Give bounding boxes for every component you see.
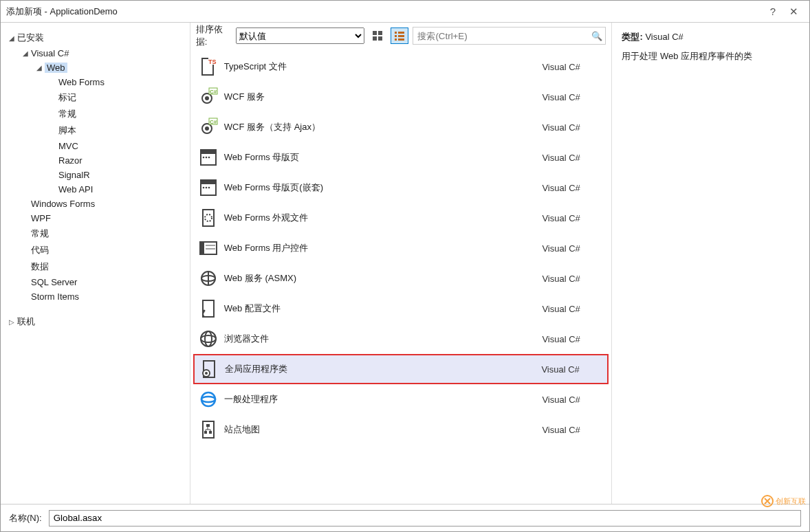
- template-item[interactable]: Web Forms 母版页(嵌套)Visual C#: [193, 173, 609, 203]
- svg-rect-3: [378, 36, 382, 41]
- gear-csharp-icon: C#: [198, 117, 219, 137]
- template-item[interactable]: C#WCF 服务（支持 Ajax）Visual C#: [193, 112, 609, 142]
- template-language: Visual C#: [542, 62, 604, 72]
- template-language: Visual C#: [542, 334, 604, 344]
- watermark: 创新互联: [761, 495, 806, 507]
- svg-point-42: [201, 331, 216, 346]
- skin-file-icon: [198, 208, 219, 228]
- svg-rect-8: [395, 38, 397, 41]
- tree-item[interactable]: Razor: [47, 153, 190, 168]
- chevron-down-icon: ◢: [6, 34, 17, 42]
- svg-rect-53: [209, 431, 212, 434]
- template-language: Visual C#: [542, 243, 604, 254]
- svg-text:TS: TS: [208, 58, 217, 65]
- tree-item[interactable]: MVC: [47, 139, 190, 153]
- template-language: Visual C#: [542, 213, 604, 223]
- view-medium-icons-button[interactable]: [369, 27, 386, 44]
- svg-point-29: [206, 187, 208, 189]
- template-item[interactable]: 一般处理程序Visual C#: [193, 384, 609, 414]
- svg-point-30: [208, 187, 210, 189]
- tree-item[interactable]: Windows Forms: [20, 197, 190, 211]
- tree-item[interactable]: WPF: [20, 211, 190, 225]
- svg-point-41: [203, 310, 205, 312]
- user-control-icon: [198, 238, 219, 258]
- view-small-icons-button[interactable]: [391, 27, 408, 44]
- template-item[interactable]: 浏览器文件Visual C#: [193, 324, 609, 354]
- template-item[interactable]: Web Forms 母版页Visual C#: [193, 142, 609, 173]
- category-tree[interactable]: ◢ 已安装 ◢ Visual C# ◢ Web Web Forms标记常规脚本M…: [1, 23, 190, 504]
- template-item[interactable]: C#WCF 服务Visual C#: [193, 82, 609, 112]
- svg-rect-9: [398, 38, 404, 41]
- tree-online[interactable]: ▷ 联机: [6, 313, 190, 330]
- template-name: WCF 服务: [224, 91, 543, 103]
- list-icon: [394, 30, 405, 41]
- template-name: 全局应用程序类: [225, 363, 542, 375]
- svg-point-14: [205, 96, 209, 100]
- tree-item[interactable]: SQL Server: [20, 275, 190, 289]
- tree-visual-csharp[interactable]: ◢ Visual C#: [20, 46, 190, 60]
- tree-item[interactable]: 代码: [20, 242, 190, 258]
- watermark-icon: [761, 495, 774, 507]
- tree-item[interactable]: SignalR: [47, 168, 190, 182]
- template-name: Web 配置文件: [224, 302, 543, 315]
- tree-item[interactable]: 标记: [47, 89, 190, 106]
- tree-installed[interactable]: ◢ 已安装: [6, 30, 190, 46]
- template-name: Web Forms 外观文件: [224, 212, 543, 224]
- master-page-icon: [198, 177, 219, 198]
- global-asax-icon: [199, 359, 219, 379]
- toolbar: 排序依据: 默认值 🔍: [190, 23, 612, 49]
- template-name: Web Forms 用户控件: [224, 242, 543, 254]
- tree-item[interactable]: 常规: [20, 225, 190, 242]
- search-box[interactable]: 🔍: [413, 27, 606, 45]
- template-name: Web 服务 (ASMX): [224, 272, 543, 285]
- tree-item[interactable]: 数据: [20, 258, 190, 275]
- sitemap-icon: [198, 419, 219, 440]
- title-bar: 添加新项 - ApplicationDemo ? ✕: [1, 1, 809, 23]
- template-item[interactable]: Web Forms 外观文件Visual C#: [193, 203, 609, 233]
- template-name: 站点地图: [224, 423, 543, 436]
- template-item[interactable]: TSTypeScript 文件Visual C#: [193, 52, 609, 82]
- search-icon[interactable]: 🔍: [591, 31, 602, 41]
- template-language: Visual C#: [542, 153, 604, 163]
- svg-rect-5: [398, 32, 404, 34]
- template-name: WCF 服务（支持 Ajax）: [224, 121, 543, 133]
- svg-point-49: [201, 397, 215, 402]
- template-item[interactable]: 站点地图Visual C#: [193, 414, 609, 445]
- tree-item[interactable]: 常规: [47, 106, 190, 122]
- svg-rect-4: [395, 32, 397, 34]
- svg-rect-1: [378, 31, 382, 35]
- close-button[interactable]: ✕: [783, 5, 804, 18]
- web-service-icon: [198, 268, 219, 289]
- type-label: 类型:: [622, 32, 642, 42]
- template-item[interactable]: 全局应用程序类Visual C#: [193, 354, 609, 384]
- svg-point-32: [205, 214, 212, 221]
- template-name: Web Forms 母版页(嵌套): [224, 181, 543, 194]
- type-value: Visual C#: [645, 32, 683, 42]
- template-item[interactable]: Web Forms 用户控件Visual C#: [193, 233, 609, 263]
- tree-item[interactable]: 脚本: [47, 122, 190, 139]
- help-button[interactable]: ?: [763, 5, 783, 17]
- window-title: 添加新项 - ApplicationDemo: [6, 5, 763, 18]
- chevron-right-icon: ▷: [6, 318, 17, 326]
- filename-input[interactable]: [49, 510, 801, 527]
- svg-rect-7: [398, 35, 404, 37]
- svg-rect-22: [201, 150, 216, 154]
- tree-item[interactable]: Storm Items: [20, 289, 190, 304]
- config-file-icon: [198, 298, 219, 319]
- svg-point-24: [206, 157, 208, 159]
- template-language: Visual C#: [542, 183, 604, 193]
- template-language: Visual C#: [542, 92, 604, 102]
- master-page-icon: [198, 147, 219, 168]
- chevron-down-icon: ◢: [34, 64, 45, 71]
- template-item[interactable]: Web 服务 (ASMX)Visual C#: [193, 263, 609, 293]
- svg-text:C#: C#: [210, 89, 217, 95]
- template-item[interactable]: Web 配置文件Visual C#: [193, 293, 609, 324]
- sort-dropdown[interactable]: 默认值: [236, 27, 364, 44]
- search-input[interactable]: [416, 30, 591, 42]
- tree-item[interactable]: Web API: [47, 182, 190, 197]
- template-name: TypeScript 文件: [224, 60, 543, 73]
- tree-web[interactable]: ◢ Web: [34, 60, 190, 75]
- tree-item[interactable]: Web Forms: [47, 75, 190, 89]
- template-list[interactable]: TSTypeScript 文件Visual C#C#WCF 服务Visual C…: [190, 49, 612, 504]
- chevron-down-icon: ◢: [20, 49, 31, 57]
